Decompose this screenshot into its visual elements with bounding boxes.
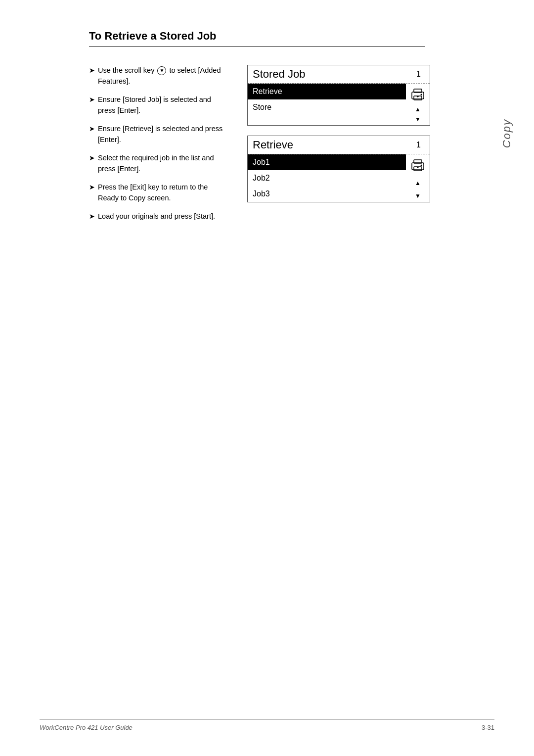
retrieve-panel-header: Retrieve 1 <box>248 136 430 154</box>
footer-right: 3-31 <box>482 724 494 731</box>
retrieve-body: Job1 Job2 Job3 <box>248 154 430 202</box>
retrieve-panel: Retrieve 1 Job1 Job2 Job3 <box>247 136 430 202</box>
stored-job-up-arrow[interactable]: ▲ <box>414 105 422 113</box>
svg-marker-8 <box>416 167 419 168</box>
instruction-step1: ➤ Use the scroll key ▼ to select [Added … <box>89 65 227 87</box>
printer-icon <box>409 86 427 103</box>
bullet-step3: ➤ <box>89 124 95 135</box>
two-col-layout: ➤ Use the scroll key ▼ to select [Added … <box>89 65 494 229</box>
side-label: Copy <box>500 119 513 148</box>
stored-job-num: 1 <box>416 70 421 79</box>
section-title: To Retrieve a Stored Job <box>89 30 425 47</box>
retrieve-item-job3[interactable]: Job3 <box>248 186 406 202</box>
bullet-step1: ➤ <box>89 65 95 76</box>
retrieve-title: Retrieve <box>253 139 293 151</box>
step6-text: Load your originals and press [Start]. <box>98 211 215 222</box>
retrieve-num: 1 <box>416 141 421 149</box>
main-content: To Retrieve a Stored Job ➤ Use the scrol… <box>89 30 494 229</box>
stored-job-item-store[interactable]: Store <box>248 99 406 115</box>
step5-text: Press the [Exit] key to return to the Re… <box>98 182 227 204</box>
step1-text: Use the scroll key ▼ to select [Added Fe… <box>98 65 227 87</box>
retrieve-down-arrow[interactable]: ▼ <box>414 192 422 200</box>
retrieve-item-job2[interactable]: Job2 <box>248 170 406 186</box>
stored-job-panel: Stored Job 1 Retrieve Store <box>247 65 430 126</box>
bullet-step6: ➤ <box>89 211 95 222</box>
retrieve-up-arrow[interactable]: ▲ <box>414 179 422 187</box>
ui-panels: Stored Job 1 Retrieve Store <box>247 65 435 229</box>
retrieve-items: Job1 Job2 Job3 <box>248 154 406 202</box>
retrieve-controls: ▲ ▼ <box>406 154 430 202</box>
footer: WorkCentre Pro 421 User Guide 3-31 <box>40 719 494 731</box>
bullet-step5: ➤ <box>89 182 95 193</box>
stored-job-down-arrow[interactable]: ▼ <box>414 115 422 123</box>
retrieve-item-job1[interactable]: Job1 <box>248 154 406 170</box>
step3-text: Ensure [Retrieve] is selected and press … <box>98 123 227 145</box>
instruction-step2: ➤ Ensure [Stored Job] is selected and pr… <box>89 94 227 116</box>
footer-left: WorkCentre Pro 421 User Guide <box>40 724 133 731</box>
page: Copy To Retrieve a Stored Job ➤ Use the … <box>0 0 534 756</box>
instruction-step3: ➤ Ensure [Retrieve] is selected and pres… <box>89 123 227 145</box>
stored-job-title: Stored Job <box>253 68 305 81</box>
stored-job-controls: ▲ ▼ <box>406 84 430 125</box>
step4-text: Select the required job in the list and … <box>98 152 227 175</box>
scroll-key-icon: ▼ <box>157 66 166 75</box>
stored-job-item-retrieve[interactable]: Retrieve <box>248 84 406 99</box>
retrieve-printer-icon <box>409 156 427 174</box>
stored-job-panel-header: Stored Job 1 <box>248 65 430 84</box>
instruction-step6: ➤ Load your originals and press [Start]. <box>89 211 227 222</box>
svg-point-9 <box>421 165 422 166</box>
instructions-list: ➤ Use the scroll key ▼ to select [Added … <box>89 65 227 229</box>
bullet-step2: ➤ <box>89 94 95 105</box>
svg-point-4 <box>421 94 422 95</box>
bullet-step4: ➤ <box>89 153 95 164</box>
svg-marker-3 <box>416 96 419 97</box>
stored-job-items: Retrieve Store <box>248 84 406 125</box>
instruction-step4: ➤ Select the required job in the list an… <box>89 152 227 175</box>
stored-job-body: Retrieve Store <box>248 84 430 125</box>
instruction-step5: ➤ Press the [Exit] key to return to the … <box>89 182 227 204</box>
step2-text: Ensure [Stored Job] is selected and pres… <box>98 94 227 116</box>
